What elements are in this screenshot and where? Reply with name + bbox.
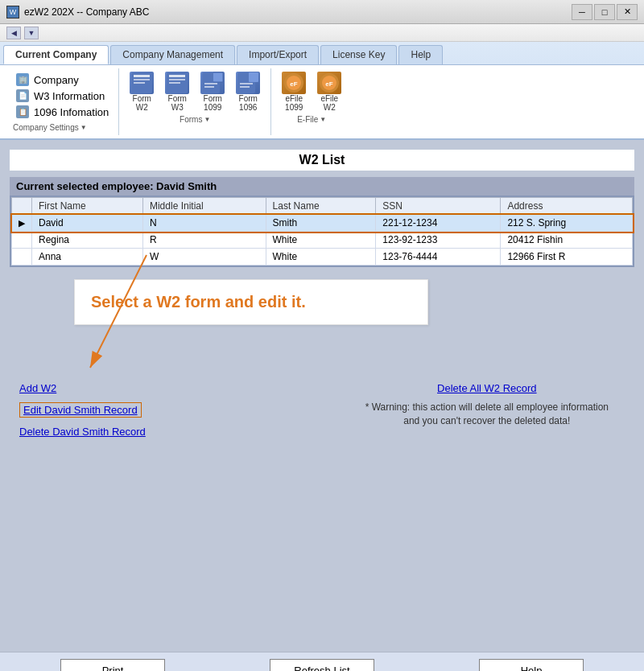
svg-text:eF: eF: [326, 80, 333, 88]
ribbon-content: 🏢 Company 📄 W3 Information 📋 1096 Infoma…: [0, 64, 644, 138]
edit-record-link[interactable]: Edit David Smith Record: [19, 402, 142, 418]
svg-rect-1: [134, 75, 150, 77]
help-button[interactable]: Help: [479, 659, 584, 671]
quick-access-toolbar: ◀ ▼: [0, 24, 644, 42]
form-1096-icon: [236, 72, 260, 94]
ribbon-tabs: Current Company Company Management Impor…: [0, 42, 644, 64]
company-icon: 🏢: [16, 73, 29, 86]
main-content: W2 List Current selected employee: David…: [0, 140, 644, 671]
sidebar-item-company[interactable]: 🏢 Company: [13, 72, 112, 88]
bottom-bar: Print Refresh List Help: [0, 652, 644, 671]
table-row[interactable]: ▶ David N Smith 221-12-1234 212 S. Sprin…: [12, 215, 633, 232]
ribbon: Current Company Company Management Impor…: [0, 42, 644, 140]
tab-help[interactable]: Help: [398, 45, 443, 64]
sidebar-item-1096-label: 1096 Infomation: [34, 106, 109, 118]
page-title: W2 List: [10, 150, 634, 171]
ribbon-group-efile: eF eFile1099 eF eFileW2: [271, 68, 352, 135]
annotation-area: Select a W2 form and edit it.: [10, 279, 634, 392]
qa-dropdown-button[interactable]: ▼: [24, 27, 39, 39]
tab-company-management[interactable]: Company Management: [110, 45, 235, 64]
form-1099-icon: [200, 72, 225, 94]
form-1096-label: Form1096: [239, 94, 258, 112]
col-address: Address: [501, 198, 633, 215]
company-settings-arrow[interactable]: ▼: [80, 124, 87, 131]
table-header-row: First Name Middle Initial Last Name SSN …: [12, 198, 633, 215]
svg-rect-10: [204, 83, 217, 84]
cell-last-name: White: [266, 249, 376, 266]
cell-ssn: 123-76-4444: [376, 249, 501, 266]
sidebar-item-w3[interactable]: 📄 W3 Information: [13, 88, 112, 104]
efile-1099-button[interactable]: eF eFile1099: [278, 70, 310, 113]
efile-items: eF eFile1099 eF eFileW2: [278, 70, 345, 113]
efile-w2-label: eFileW2: [320, 94, 338, 112]
print-button[interactable]: Print: [60, 659, 165, 671]
cell-middle-initial: R: [142, 232, 266, 249]
col-ssn: SSN: [376, 198, 501, 215]
tab-license-key[interactable]: License Key: [320, 45, 397, 64]
cell-ssn: 221-12-1234: [376, 215, 501, 232]
forms-items: FormW2 FormW3: [126, 70, 264, 113]
form-w2-icon: [130, 72, 154, 94]
table-row[interactable]: Anna W White 123-76-4444 12966 First R: [12, 249, 633, 266]
row-indicator: [12, 232, 32, 249]
cell-last-name: Smith: [266, 215, 376, 232]
col-indicator: [12, 198, 32, 215]
svg-rect-9: [213, 72, 223, 82]
cell-first-name: Anna: [32, 249, 143, 266]
annotation-text: Select a W2 form and edit it.: [91, 293, 306, 311]
cell-first-name: David: [32, 215, 143, 232]
forms-label: Forms ▼: [180, 115, 210, 124]
1096-icon: 📋: [16, 105, 29, 118]
cell-last-name: White: [266, 232, 376, 249]
svg-rect-6: [169, 79, 185, 80]
title-bar-left: W ezW2 202X -- Company ABC: [6, 6, 149, 19]
title-bar: W ezW2 202X -- Company ABC ─ □ ✕: [0, 0, 644, 24]
form-1099-label: Form1099: [204, 94, 222, 112]
warning-text: * Warning: this action will delete all e…: [365, 401, 609, 428]
current-employee-bar: Current selected employee: David Smith: [10, 177, 634, 196]
efile-1099-icon: eF: [282, 72, 306, 94]
employee-table-wrapper: First Name Middle Initial Last Name SSN …: [10, 196, 634, 267]
form-w3-button[interactable]: FormW3: [161, 70, 193, 113]
forms-arrow[interactable]: ▼: [204, 116, 210, 123]
cell-ssn: 123-92-1233: [376, 232, 501, 249]
tab-import-export[interactable]: Import/Export: [237, 45, 319, 64]
cell-middle-initial: N: [142, 215, 266, 232]
qa-back-button[interactable]: ◀: [6, 27, 21, 39]
svg-text:eF: eF: [291, 80, 298, 88]
cell-address: 12966 First R: [501, 249, 633, 266]
row-indicator: ▶: [12, 215, 32, 232]
minimize-button[interactable]: ─: [572, 4, 592, 20]
ribbon-group-company-settings: 🏢 Company 📄 W3 Information 📋 1096 Infoma…: [6, 68, 119, 135]
table-row[interactable]: Regina R White 123-92-1233 20412 Fishin: [12, 232, 633, 249]
ribbon-group-forms: FormW2 FormW3: [119, 68, 271, 135]
sidebar-item-w3-label: W3 Information: [34, 90, 105, 102]
company-settings-label: Company Settings ▼: [13, 123, 112, 132]
restore-button[interactable]: □: [594, 4, 615, 20]
cell-first-name: Regina: [32, 232, 143, 249]
annotation-box: Select a W2 form and edit it.: [74, 279, 428, 325]
refresh-button[interactable]: Refresh List: [270, 659, 374, 671]
form-1099-button[interactable]: Form1099: [196, 70, 229, 113]
svg-rect-13: [249, 72, 258, 82]
col-first-name: First Name: [32, 198, 143, 215]
col-middle-initial: Middle Initial: [142, 198, 266, 215]
form-w2-label: FormW2: [133, 94, 151, 112]
svg-rect-7: [169, 82, 180, 84]
cell-address: 20412 Fishin: [501, 232, 633, 249]
svg-rect-11: [204, 86, 214, 88]
efile-arrow[interactable]: ▼: [320, 116, 326, 123]
efile-w2-icon: eF: [317, 72, 341, 94]
close-button[interactable]: ✕: [617, 4, 638, 20]
efile-w2-button[interactable]: eF eFileW2: [313, 70, 345, 113]
sidebar-item-1096[interactable]: 📋 1096 Infomation: [13, 104, 112, 120]
svg-rect-3: [134, 82, 145, 84]
form-1096-button[interactable]: Form1096: [232, 70, 264, 113]
window-title: ezW2 202X -- Company ABC: [24, 6, 149, 18]
window-controls: ─ □ ✕: [572, 4, 638, 20]
delete-record-link[interactable]: Delete David Smith Record: [19, 426, 146, 438]
sidebar-item-company-label: Company: [34, 74, 79, 86]
form-w3-label: FormW3: [168, 94, 187, 112]
tab-current-company[interactable]: Current Company: [3, 45, 109, 64]
form-w2-button[interactable]: FormW2: [126, 70, 158, 113]
